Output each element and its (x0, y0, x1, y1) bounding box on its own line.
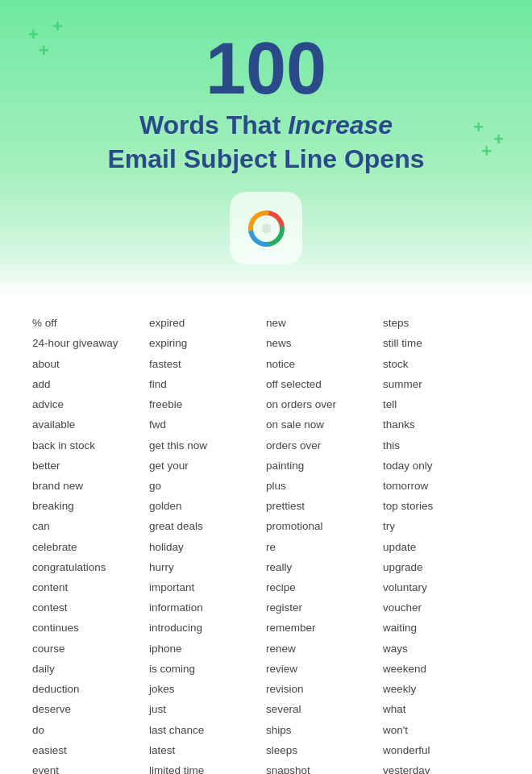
word-item: still time (383, 333, 500, 353)
word-column-col2: expiredexpiringfastestfindfreebiefwdget … (149, 313, 266, 774)
word-item: tomorrow (383, 476, 500, 496)
word-item: deduction (32, 679, 149, 699)
subtitle-italic: Increase (288, 110, 393, 139)
decoration-plus-5: + (473, 117, 484, 138)
word-item: just (149, 699, 266, 719)
big-number: 100 (24, 32, 508, 105)
word-item: congratulations (32, 557, 149, 577)
word-item: try (383, 516, 500, 536)
word-item: breaking (32, 496, 149, 516)
word-item: yesterday (383, 760, 500, 774)
word-item: back in stock (32, 435, 149, 456)
word-item: steps (383, 313, 500, 333)
word-item: won't (383, 720, 500, 740)
logo-container (230, 192, 302, 264)
subtitle-text-2: Email Subject Line Opens (108, 144, 425, 173)
word-item: go (149, 476, 266, 496)
subtitle: Words That Increase Email Subject Line O… (24, 109, 508, 176)
word-item: brand new (32, 476, 149, 496)
word-item: limited time (149, 760, 266, 774)
word-item: off selected (266, 374, 383, 394)
word-item: advice (32, 394, 149, 414)
word-item: sleeps (266, 740, 383, 760)
word-item: do (32, 720, 149, 740)
word-item: deserve (32, 699, 149, 719)
word-item: on orders over (266, 394, 383, 414)
word-item: iphone (149, 639, 266, 659)
decoration-plus-2: + (52, 16, 63, 37)
word-item: what (383, 699, 500, 719)
word-item: voluntary (383, 577, 500, 597)
word-item: daily (32, 659, 149, 679)
word-item: ships (266, 720, 383, 740)
word-item: contest (32, 597, 149, 618)
word-item: better (32, 456, 149, 476)
word-item: stock (383, 354, 500, 374)
word-item: celebrate (32, 537, 149, 557)
word-item: 24-hour giveaway (32, 333, 149, 353)
words-grid: % off24-hour giveawayaboutaddadviceavail… (32, 313, 500, 774)
word-item: painting (266, 456, 383, 476)
words-section: % off24-hour giveawayaboutaddadviceavail… (0, 297, 532, 774)
word-item: hurry (149, 557, 266, 577)
word-item: introducing (149, 618, 266, 638)
word-item: tell (383, 394, 500, 414)
word-item: content (32, 577, 149, 597)
word-item: really (266, 557, 383, 577)
word-column-col1: % off24-hour giveawayaboutaddadviceavail… (32, 313, 149, 774)
word-item: today only (383, 456, 500, 476)
word-item: expiring (149, 333, 266, 353)
word-item: latest (149, 740, 266, 760)
decoration-plus-3: + (39, 40, 49, 61)
word-item: % off (32, 313, 149, 333)
word-item: jokes (149, 679, 266, 699)
word-item: notice (266, 354, 383, 374)
decoration-plus-4: + (493, 129, 504, 150)
word-item: several (266, 699, 383, 719)
word-item: review (266, 659, 383, 679)
word-item: voucher (383, 597, 500, 618)
word-item: freebie (149, 394, 266, 414)
word-item: add (32, 374, 149, 394)
word-item: available (32, 414, 149, 435)
word-item: wonderful (383, 740, 500, 760)
word-item: continues (32, 618, 149, 638)
word-item: re (266, 537, 383, 557)
svg-point-1 (261, 223, 271, 233)
coschedule-logo-icon (244, 206, 289, 251)
word-item: holiday (149, 537, 266, 557)
word-item: remember (266, 618, 383, 638)
word-item: last chance (149, 720, 266, 740)
word-item: event (32, 760, 149, 774)
word-item: news (266, 333, 383, 353)
word-column-col3: newnewsnoticeoff selectedon orders overo… (266, 313, 383, 774)
word-item: weekly (383, 679, 500, 699)
word-item: upgrade (383, 557, 500, 577)
word-item: this (383, 435, 500, 456)
word-item: renew (266, 639, 383, 659)
word-item: revision (266, 679, 383, 699)
word-item: about (32, 354, 149, 374)
word-item: is coming (149, 659, 266, 679)
word-item: course (32, 639, 149, 659)
word-item: find (149, 374, 266, 394)
word-item: get this now (149, 435, 266, 456)
word-item: update (383, 537, 500, 557)
word-item: register (266, 597, 383, 618)
word-item: prettiest (266, 496, 383, 516)
word-item: expired (149, 313, 266, 333)
word-item: top stories (383, 496, 500, 516)
word-item: great deals (149, 516, 266, 536)
word-item: golden (149, 496, 266, 516)
word-item: promotional (266, 516, 383, 536)
header-section: + + + + + + 100 Words That Increase Emai… (0, 0, 532, 297)
word-item: fwd (149, 414, 266, 435)
decoration-plus-6: + (481, 141, 492, 162)
word-item: thanks (383, 414, 500, 435)
word-item: snapshot (266, 760, 383, 774)
decoration-plus-1: + (28, 24, 39, 45)
word-item: on sale now (266, 414, 383, 435)
word-item: waiting (383, 618, 500, 638)
word-item: orders over (266, 435, 383, 456)
word-item: plus (266, 476, 383, 496)
